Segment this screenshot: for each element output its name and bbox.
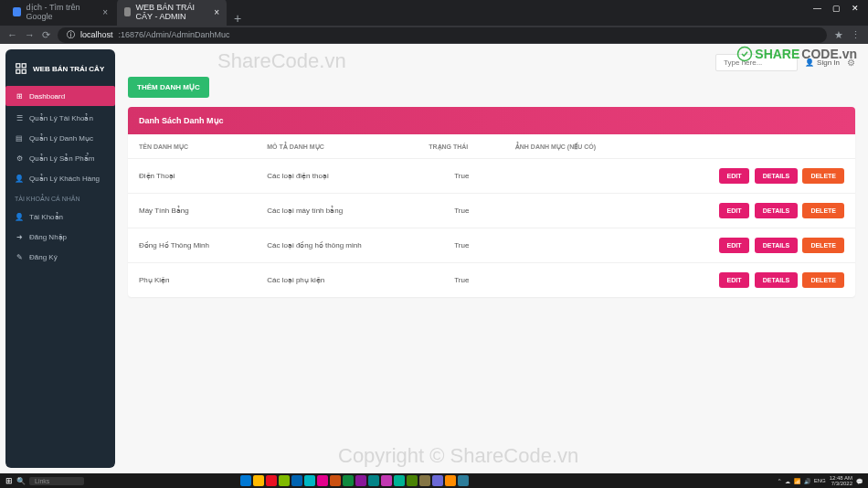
browser-tab-active[interactable]: WEB BÁN TRÁI CÂY - ADMIN × [117,0,227,26]
tab-close-icon[interactable]: × [214,7,219,17]
panel-title: Danh Sách Danh Mục [128,107,855,134]
details-button[interactable]: DETAILS [755,272,798,288]
new-tab-button[interactable]: + [228,11,247,26]
taskbar-app-icon[interactable] [291,475,302,486]
delete-button[interactable]: DELETE [802,238,844,253]
browser-chrome: dịch - Tìm trên Google × WEB BÁN TRÁI CÂ… [0,0,868,44]
taskbar-app-icon[interactable] [279,475,290,486]
cell-actions: EDIT DETAILS DELETE [647,263,855,298]
sidebar-item[interactable]: ☰Quản Lý Tài Khoản [5,108,115,128]
cell-name: Điện Thoại [128,159,256,194]
sidebar-item[interactable]: 👤Quản Lý Khách Hàng [5,168,115,188]
edit-button[interactable]: EDIT [719,272,750,288]
sidebar-item[interactable]: ⚙Quản Lý Sản Phẩm [5,148,115,168]
taskbar-app-icon[interactable] [266,475,277,486]
tab-favicon-icon [124,7,131,16]
taskbar-app-icon[interactable] [458,475,469,486]
delete-button[interactable]: DELETE [802,272,844,288]
reload-icon[interactable]: ⟳ [42,29,50,41]
info-icon: ⓘ [67,29,75,41]
details-button[interactable]: DETAILS [755,168,798,184]
cell-status: True [418,194,504,228]
tab-close-icon[interactable]: × [102,7,108,17]
nav-section-label: TÀI KHOẢN CÁ NHÂN [5,188,115,207]
add-category-button[interactable]: THÊM DANH MỤC [128,77,209,98]
sidebar-item[interactable]: 👤Tài Khoản [5,207,115,227]
delete-button[interactable]: DELETE [802,168,844,184]
minimize-icon[interactable]: — [813,4,821,13]
close-icon[interactable]: ✕ [852,4,859,13]
maximize-icon[interactable]: ▢ [832,4,841,13]
tab-favicon-icon [13,7,21,16]
taskbar-app-icon[interactable] [330,475,341,486]
sharecode-logo-icon [736,46,753,62]
brand-icon [15,62,27,75]
page-content: WEB BÁN TRÁI CÂY ⊞Dashboard☰Quản Lý Tài … [0,44,868,473]
details-button[interactable]: DETAILS [755,203,798,218]
tray-cloud-icon[interactable]: ☁ [785,478,790,484]
taskbar-app-icon[interactable] [381,475,392,486]
start-icon[interactable]: ⊞ [5,476,13,485]
taskbar-apps [240,475,469,486]
svg-point-4 [738,48,752,61]
watermark-brand1: SHARE [755,47,799,61]
brand: WEB BÁN TRÁI CÂY [5,58,115,84]
search-icon[interactable]: 🔍 [16,477,26,485]
tab-title: dịch - Tìm trên Google [26,3,98,21]
table-row: Phụ Kiện Các loại phụ kiện True EDIT DET… [128,263,855,298]
taskbar-app-icon[interactable] [394,475,405,486]
tab-strip: dịch - Tìm trên Google × WEB BÁN TRÁI CÂ… [0,0,868,26]
taskbar-app-icon[interactable] [445,475,456,486]
taskbar-app-icon[interactable] [432,475,443,486]
menu-icon[interactable]: ⋮ [851,29,861,41]
sidebar-item[interactable]: ▤Quản Lý Danh Mục [5,128,115,148]
taskbar-app-icon[interactable] [368,475,379,486]
taskbar-app-icon[interactable] [253,475,264,486]
extensions-icon[interactable]: ★ [834,29,843,41]
edit-button[interactable]: EDIT [719,168,750,184]
category-table: TÊN DANH MỤCMÔ TẢ DANH MỤCTRẠNG THÁIẢNH … [128,134,855,297]
nav-icon: ✎ [15,252,24,261]
cell-desc: Các loại đồng hồ thông minh [256,228,418,263]
nav-label: Đăng Nhập [29,233,67,241]
details-button[interactable]: DETAILS [755,238,798,253]
watermark-brand2: CODE.vn [801,47,857,61]
taskbar-app-icon[interactable] [317,475,328,486]
nav-label: Quản Lý Tài Khoản [29,114,93,122]
sidebar-item[interactable]: ➜Đăng Nhập [5,227,115,247]
sidebar-item[interactable]: ✎Đăng Ký [5,247,115,267]
nav-label: Quản Lý Khách Hàng [29,175,100,183]
cell-desc: Các loại phụ kiện [256,263,418,298]
taskbar-app-icon[interactable] [355,475,366,486]
category-panel: Danh Sách Danh Mục TÊN DANH MỤCMÔ TẢ DAN… [128,107,855,297]
delete-button[interactable]: DELETE [802,203,844,218]
address-bar: ← → ⟳ ⓘ localhost:16876/Admin/AdminDanhM… [0,26,868,44]
taskbar-search[interactable]: Links [29,477,84,485]
forward-icon[interactable]: → [25,29,35,40]
browser-tab[interactable]: dịch - Tìm trên Google × [5,0,115,26]
cell-status: True [418,228,504,263]
tray-wifi-icon[interactable]: 📶 [794,478,800,484]
back-icon[interactable]: ← [7,29,17,40]
tray-notification-icon[interactable]: 💬 [856,478,863,484]
taskbar-app-icon[interactable] [419,475,430,486]
tray-lang[interactable]: ENG [814,478,826,483]
edit-button[interactable]: EDIT [719,238,750,253]
taskbar-app-icon[interactable] [343,475,354,486]
sidebar-item[interactable]: ⊞Dashboard [5,86,115,106]
svg-rect-0 [16,64,20,68]
taskbar-app-icon[interactable] [407,475,418,486]
svg-rect-1 [22,64,26,68]
nav-icon: ▤ [15,133,24,143]
cell-image [504,159,647,194]
nav-icon: ➜ [15,232,24,241]
taskbar-app-icon[interactable] [304,475,315,486]
taskbar-app-icon[interactable] [240,475,251,486]
tray-chevron-icon[interactable]: ^ [778,478,781,483]
url-input[interactable]: ⓘ localhost:16876/Admin/AdminDanhMuc [58,27,827,43]
cell-name: Đồng Hồ Thông Minh [128,228,256,263]
tray-volume-icon[interactable]: 🔊 [804,478,810,484]
cell-image [504,194,647,228]
edit-button[interactable]: EDIT [719,203,750,218]
table-header: MÔ TẢ DANH MỤC [256,134,418,159]
